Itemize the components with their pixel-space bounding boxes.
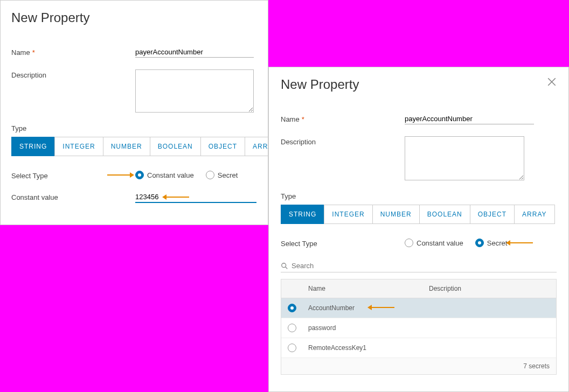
description-label: Description [281, 136, 405, 180]
description-textarea[interactable] [135, 69, 254, 113]
radio-secret[interactable] [475, 239, 484, 247]
radio-constant-label: Constant value [147, 171, 194, 179]
secrets-table-header: Name Description [281, 279, 556, 298]
table-row[interactable]: password [281, 318, 556, 338]
type-tab-boolean[interactable]: BOOLEAN [419, 205, 470, 224]
type-tab-integer[interactable]: INTEGER [324, 205, 372, 224]
type-tab-string[interactable]: STRING [11, 137, 54, 156]
name-input[interactable] [405, 114, 534, 124]
type-tab-string[interactable]: STRING [281, 205, 324, 224]
secrets-footer: 7 secrets [281, 358, 556, 374]
search-input[interactable] [292, 262, 557, 270]
required-indicator: * [32, 48, 35, 57]
type-tabs: STRING INTEGER NUMBER BOOLEAN OBJECT ARR… [281, 205, 557, 224]
radio-secret-label: Secret [218, 171, 238, 179]
radio-secret[interactable] [206, 171, 214, 179]
required-indicator: * [302, 115, 304, 123]
name-label: Name* [281, 114, 405, 124]
row-radio[interactable] [288, 304, 296, 312]
select-type-label: Select Type [281, 238, 405, 248]
constant-value-input[interactable] [135, 192, 256, 203]
type-tab-array[interactable]: ARRAY [514, 205, 554, 224]
type-tab-number[interactable]: NUMBER [103, 137, 150, 156]
description-label: Description [11, 69, 135, 113]
panel-title: New Property [11, 10, 257, 25]
type-tab-integer[interactable]: INTEGER [54, 137, 102, 156]
secret-name: RemoteAccessKey1 [308, 344, 429, 352]
type-tab-object[interactable]: OBJECT [470, 205, 514, 224]
table-row[interactable]: RemoteAccessKey1 [281, 338, 556, 358]
svg-point-8 [282, 263, 286, 267]
radio-constant-value[interactable] [135, 171, 144, 179]
secret-name: password [308, 324, 429, 332]
new-property-panel-constant: New Property Name* Description Type STRI… [0, 0, 268, 225]
table-row[interactable]: AccountNumber [281, 298, 556, 318]
select-type-label: Select Type [11, 170, 135, 180]
type-tabs: STRING INTEGER NUMBER BOOLEAN OBJECT ARR… [11, 137, 257, 156]
type-tab-object[interactable]: OBJECT [200, 137, 245, 156]
column-header-description[interactable]: Description [429, 285, 550, 292]
svg-line-9 [286, 267, 288, 269]
search-icon [281, 262, 288, 270]
row-radio[interactable] [288, 324, 296, 332]
column-header-name[interactable]: Name [308, 285, 429, 292]
name-label: Name* [11, 47, 135, 58]
search-row [281, 260, 557, 272]
radio-secret-label: Secret [487, 239, 508, 247]
type-label: Type [281, 192, 557, 200]
type-tab-number[interactable]: NUMBER [372, 205, 419, 224]
type-tab-boolean[interactable]: BOOLEAN [150, 137, 200, 156]
row-radio[interactable] [288, 344, 296, 352]
panel-title: New Property [281, 77, 557, 92]
close-icon[interactable] [547, 77, 557, 87]
description-textarea[interactable] [405, 136, 524, 180]
secret-name: AccountNumber [308, 304, 429, 312]
new-property-panel-secret: New Property Name* Description Type STRI… [268, 67, 569, 392]
secrets-table: Name Description AccountNumber password … [281, 279, 557, 375]
constant-value-label: Constant value [11, 192, 135, 203]
name-input[interactable] [135, 47, 254, 58]
radio-constant-value[interactable] [405, 239, 413, 247]
type-label: Type [11, 124, 257, 132]
radio-constant-label: Constant value [417, 239, 463, 247]
